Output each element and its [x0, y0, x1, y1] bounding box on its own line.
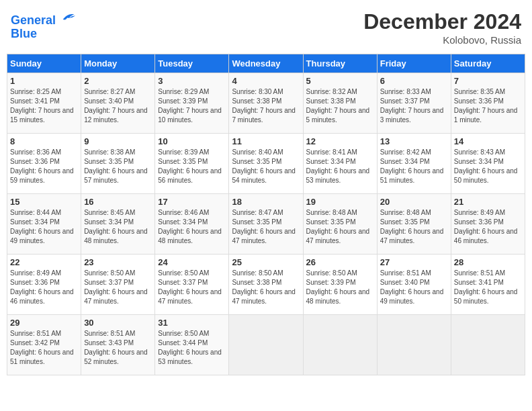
calendar-cell: 9 Sunrise: 8:38 AM Sunset: 3:35 PM Dayli…	[81, 134, 155, 194]
calendar-cell: 20 Sunrise: 8:48 AM Sunset: 3:35 PM Dayl…	[377, 194, 451, 255]
weekday-header-saturday: Saturday	[451, 54, 525, 73]
sunrise-text: Sunrise: 8:27 AM	[84, 88, 135, 95]
weekday-header-sunday: Sunday	[7, 54, 81, 73]
day-info: Sunrise: 8:47 AM Sunset: 3:35 PM Dayligh…	[232, 208, 300, 246]
sunset-text: Sunset: 3:44 PM	[158, 339, 208, 347]
title-block: December 2024 Kolobovo, Russia	[363, 9, 521, 46]
calendar-table: SundayMondayTuesdayWednesdayThursdayFrid…	[7, 54, 525, 375]
calendar-week-row: 29 Sunrise: 8:51 AM Sunset: 3:42 PM Dayl…	[7, 315, 525, 375]
day-number: 25	[232, 257, 300, 267]
sunrise-text: Sunrise: 8:41 AM	[306, 148, 357, 156]
sunrise-text: Sunrise: 8:40 AM	[232, 148, 283, 156]
daylight-text: Daylight: 6 hours and 51 minutes.	[10, 349, 74, 365]
calendar-subtitle: Kolobovo, Russia	[363, 34, 521, 46]
day-number: 5	[306, 76, 374, 86]
day-info: Sunrise: 8:35 AM Sunset: 3:36 PM Dayligh…	[454, 87, 522, 125]
calendar-cell: 22 Sunrise: 8:49 AM Sunset: 3:36 PM Dayl…	[7, 255, 81, 315]
day-info: Sunrise: 8:32 AM Sunset: 3:38 PM Dayligh…	[306, 87, 374, 125]
sunset-text: Sunset: 3:35 PM	[380, 218, 430, 226]
daylight-text: Daylight: 6 hours and 46 minutes.	[10, 288, 74, 305]
page-header: General Blue December 2024 Kolobovo, Rus…	[7, 7, 525, 48]
daylight-text: Daylight: 7 hours and 15 minutes.	[10, 107, 74, 124]
daylight-text: Daylight: 7 hours and 1 minute.	[454, 107, 518, 124]
sunrise-text: Sunrise: 8:38 AM	[84, 148, 135, 156]
sunset-text: Sunset: 3:36 PM	[454, 97, 504, 105]
calendar-cell: 28 Sunrise: 8:51 AM Sunset: 3:41 PM Dayl…	[451, 255, 525, 315]
calendar-cell: 2 Sunrise: 8:27 AM Sunset: 3:40 PM Dayli…	[81, 73, 155, 134]
day-number: 7	[454, 76, 522, 86]
day-number: 23	[84, 257, 152, 267]
sunrise-text: Sunrise: 8:50 AM	[84, 269, 135, 277]
day-info: Sunrise: 8:51 AM Sunset: 3:41 PM Dayligh…	[454, 269, 522, 306]
day-number: 16	[84, 197, 152, 207]
sunset-text: Sunset: 3:35 PM	[232, 218, 281, 226]
day-info: Sunrise: 8:46 AM Sunset: 3:34 PM Dayligh…	[158, 208, 226, 246]
daylight-text: Daylight: 7 hours and 3 minutes.	[380, 107, 444, 124]
daylight-text: Daylight: 6 hours and 53 minutes.	[306, 167, 370, 184]
daylight-text: Daylight: 6 hours and 56 minutes.	[158, 167, 222, 184]
daylight-text: Daylight: 6 hours and 51 minutes.	[380, 167, 444, 184]
day-info: Sunrise: 8:38 AM Sunset: 3:35 PM Dayligh…	[84, 148, 152, 185]
daylight-text: Daylight: 7 hours and 7 minutes.	[232, 107, 296, 124]
calendar-week-row: 1 Sunrise: 8:25 AM Sunset: 3:41 PM Dayli…	[7, 73, 525, 134]
day-info: Sunrise: 8:44 AM Sunset: 3:34 PM Dayligh…	[10, 208, 78, 246]
daylight-text: Daylight: 6 hours and 50 minutes.	[454, 167, 518, 184]
daylight-text: Daylight: 7 hours and 10 minutes.	[158, 107, 222, 124]
day-info: Sunrise: 8:43 AM Sunset: 3:34 PM Dayligh…	[454, 148, 522, 185]
daylight-text: Daylight: 6 hours and 48 minutes.	[306, 288, 370, 305]
sunrise-text: Sunrise: 8:48 AM	[306, 209, 357, 216]
day-number: 14	[454, 136, 522, 146]
sunset-text: Sunset: 3:34 PM	[454, 158, 504, 165]
daylight-text: Daylight: 6 hours and 57 minutes.	[84, 167, 148, 184]
daylight-text: Daylight: 6 hours and 47 minutes.	[84, 288, 148, 305]
sunrise-text: Sunrise: 8:45 AM	[84, 209, 135, 216]
sunset-text: Sunset: 3:36 PM	[10, 279, 60, 286]
logo-blue: Blue	[11, 27, 37, 40]
logo-bird-icon	[60, 9, 75, 24]
sunrise-text: Sunrise: 8:43 AM	[454, 148, 505, 156]
calendar-header-row: SundayMondayTuesdayWednesdayThursdayFrid…	[7, 54, 525, 73]
calendar-cell: 1 Sunrise: 8:25 AM Sunset: 3:41 PM Dayli…	[7, 73, 81, 134]
sunset-text: Sunset: 3:40 PM	[380, 279, 430, 286]
day-info: Sunrise: 8:42 AM Sunset: 3:34 PM Dayligh…	[380, 148, 448, 185]
calendar-body: 1 Sunrise: 8:25 AM Sunset: 3:41 PM Dayli…	[7, 73, 525, 375]
weekday-header-friday: Friday	[377, 54, 451, 73]
sunset-text: Sunset: 3:38 PM	[232, 97, 281, 105]
calendar-cell: 7 Sunrise: 8:35 AM Sunset: 3:36 PM Dayli…	[451, 73, 525, 134]
daylight-text: Daylight: 6 hours and 49 minutes.	[380, 288, 444, 305]
daylight-text: Daylight: 6 hours and 46 minutes.	[454, 228, 518, 244]
calendar-cell: 5 Sunrise: 8:32 AM Sunset: 3:38 PM Dayli…	[303, 73, 377, 134]
day-info: Sunrise: 8:50 AM Sunset: 3:39 PM Dayligh…	[306, 269, 374, 306]
day-number: 6	[380, 76, 448, 86]
weekday-header-monday: Monday	[81, 54, 155, 73]
daylight-text: Daylight: 6 hours and 59 minutes.	[10, 167, 74, 184]
calendar-cell: 29 Sunrise: 8:51 AM Sunset: 3:42 PM Dayl…	[7, 315, 81, 375]
logo: General Blue	[11, 9, 75, 41]
calendar-cell: 17 Sunrise: 8:46 AM Sunset: 3:34 PM Dayl…	[155, 194, 229, 255]
sunset-text: Sunset: 3:43 PM	[84, 339, 134, 347]
sunset-text: Sunset: 3:36 PM	[10, 158, 60, 165]
sunset-text: Sunset: 3:38 PM	[232, 279, 281, 286]
day-info: Sunrise: 8:30 AM Sunset: 3:38 PM Dayligh…	[232, 87, 300, 125]
sunset-text: Sunset: 3:37 PM	[158, 279, 208, 286]
sunset-text: Sunset: 3:34 PM	[380, 158, 430, 165]
day-number: 3	[158, 76, 226, 86]
day-info: Sunrise: 8:48 AM Sunset: 3:35 PM Dayligh…	[380, 208, 448, 246]
sunrise-text: Sunrise: 8:36 AM	[10, 148, 61, 156]
day-number: 31	[158, 318, 226, 328]
daylight-text: Daylight: 6 hours and 47 minutes.	[232, 288, 296, 305]
day-info: Sunrise: 8:45 AM Sunset: 3:34 PM Dayligh…	[84, 208, 152, 246]
daylight-text: Daylight: 6 hours and 49 minutes.	[10, 228, 74, 244]
sunrise-text: Sunrise: 8:51 AM	[454, 269, 505, 277]
sunset-text: Sunset: 3:35 PM	[158, 158, 208, 165]
sunset-text: Sunset: 3:38 PM	[306, 97, 356, 105]
daylight-text: Daylight: 6 hours and 50 minutes.	[454, 288, 518, 305]
calendar-cell: 16 Sunrise: 8:45 AM Sunset: 3:34 PM Dayl…	[81, 194, 155, 255]
sunset-text: Sunset: 3:40 PM	[84, 97, 134, 105]
sunrise-text: Sunrise: 8:25 AM	[10, 88, 61, 95]
calendar-cell: 8 Sunrise: 8:36 AM Sunset: 3:36 PM Dayli…	[7, 134, 81, 194]
calendar-cell: 4 Sunrise: 8:30 AM Sunset: 3:38 PM Dayli…	[229, 73, 303, 134]
calendar-cell	[377, 315, 451, 375]
day-info: Sunrise: 8:33 AM Sunset: 3:37 PM Dayligh…	[380, 87, 448, 125]
day-info: Sunrise: 8:25 AM Sunset: 3:41 PM Dayligh…	[10, 87, 78, 125]
